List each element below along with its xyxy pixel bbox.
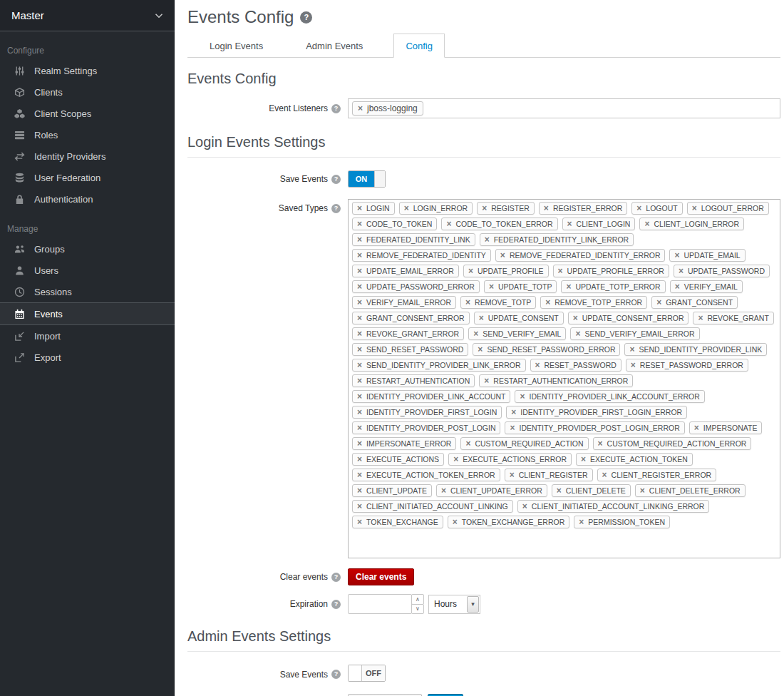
remove-tag-icon[interactable]: ×: [544, 204, 549, 213]
help-icon[interactable]: ?: [331, 104, 341, 113]
help-icon[interactable]: ?: [331, 600, 341, 609]
remove-tag-icon[interactable]: ×: [692, 204, 697, 213]
remove-tag-icon[interactable]: ×: [357, 251, 362, 260]
remove-tag-icon[interactable]: ×: [357, 267, 362, 275]
remove-tag-icon[interactable]: ×: [357, 392, 362, 401]
remove-tag-icon[interactable]: ×: [357, 439, 362, 448]
sidebar-item-realm-settings[interactable]: Realm Settings: [0, 60, 175, 81]
remove-tag-icon[interactable]: ×: [598, 439, 603, 448]
remove-tag-icon[interactable]: ×: [441, 486, 446, 495]
remove-tag-icon[interactable]: ×: [567, 220, 572, 228]
tab-login-events[interactable]: Login Events: [197, 34, 275, 58]
remove-tag-icon[interactable]: ×: [446, 220, 451, 228]
remove-tag-icon[interactable]: ×: [520, 392, 525, 401]
remove-tag-icon[interactable]: ×: [631, 361, 636, 369]
remove-tag-icon[interactable]: ×: [357, 235, 362, 244]
remove-tag-icon[interactable]: ×: [545, 298, 550, 307]
remove-tag-icon[interactable]: ×: [357, 220, 362, 228]
remove-tag-icon[interactable]: ×: [357, 329, 362, 338]
remove-tag-icon[interactable]: ×: [465, 298, 470, 307]
expiration-unit-select[interactable]: Hours ▾: [428, 595, 480, 614]
remove-tag-icon[interactable]: ×: [573, 314, 578, 322]
remove-tag-icon[interactable]: ×: [357, 314, 362, 322]
remove-tag-icon[interactable]: ×: [465, 439, 470, 448]
remove-tag-icon[interactable]: ×: [656, 298, 661, 307]
remove-tag-icon[interactable]: ×: [629, 345, 634, 354]
remove-tag-icon[interactable]: ×: [358, 104, 363, 113]
remove-tag-icon[interactable]: ×: [557, 486, 562, 495]
realm-selector[interactable]: Master: [0, 0, 175, 31]
remove-tag-icon[interactable]: ×: [357, 298, 362, 307]
remove-tag-icon[interactable]: ×: [640, 486, 645, 495]
remove-tag-icon[interactable]: ×: [522, 502, 527, 511]
remove-tag-icon[interactable]: ×: [453, 518, 458, 526]
remove-tag-icon[interactable]: ×: [581, 455, 586, 464]
remove-tag-icon[interactable]: ×: [484, 377, 489, 385]
tab-admin-events[interactable]: Admin Events: [294, 34, 375, 58]
remove-tag-icon[interactable]: ×: [404, 204, 409, 213]
remove-tag-icon[interactable]: ×: [468, 267, 473, 275]
remove-tag-icon[interactable]: ×: [473, 329, 478, 338]
remove-tag-icon[interactable]: ×: [357, 502, 362, 511]
sidebar-item-clients[interactable]: Clients: [0, 81, 175, 103]
remove-tag-icon[interactable]: ×: [478, 345, 483, 354]
remove-tag-icon[interactable]: ×: [579, 518, 584, 526]
sidebar-item-users[interactable]: Users: [0, 260, 175, 281]
remove-tag-icon[interactable]: ×: [482, 204, 487, 213]
remove-tag-icon[interactable]: ×: [357, 282, 362, 291]
remove-tag-icon[interactable]: ×: [479, 314, 484, 322]
sidebar-item-groups[interactable]: Groups: [0, 238, 175, 260]
remove-tag-icon[interactable]: ×: [510, 471, 515, 479]
remove-tag-icon[interactable]: ×: [357, 455, 362, 464]
sidebar-item-authentication[interactable]: Authentication: [0, 188, 175, 210]
remove-tag-icon[interactable]: ×: [644, 220, 649, 228]
remove-tag-icon[interactable]: ×: [510, 424, 515, 432]
help-icon[interactable]: ?: [331, 670, 341, 679]
tab-config[interactable]: Config: [393, 34, 445, 58]
remove-tag-icon[interactable]: ×: [357, 518, 362, 526]
remove-tag-icon[interactable]: ×: [357, 345, 362, 354]
sidebar-item-identity-providers[interactable]: Identity Providers: [0, 145, 175, 167]
remove-tag-icon[interactable]: ×: [357, 361, 362, 369]
help-icon[interactable]: ?: [331, 573, 341, 582]
sidebar-item-client-scopes[interactable]: Client Scopes: [0, 103, 175, 124]
remove-tag-icon[interactable]: ×: [575, 329, 580, 338]
sidebar-item-events[interactable]: Events: [0, 302, 175, 325]
remove-tag-icon[interactable]: ×: [357, 204, 362, 213]
event-listeners-input[interactable]: ×jboss-logging: [348, 98, 780, 118]
remove-tag-icon[interactable]: ×: [357, 471, 362, 479]
remove-tag-icon[interactable]: ×: [698, 314, 703, 322]
remove-tag-icon[interactable]: ×: [357, 486, 362, 495]
remove-tag-icon[interactable]: ×: [453, 455, 458, 464]
remove-tag-icon[interactable]: ×: [357, 408, 362, 416]
remove-tag-icon[interactable]: ×: [489, 282, 494, 291]
remove-tag-icon[interactable]: ×: [636, 204, 641, 213]
clear-events-button[interactable]: Clear events: [348, 568, 414, 585]
remove-tag-icon[interactable]: ×: [674, 251, 679, 260]
remove-tag-icon[interactable]: ×: [694, 424, 699, 432]
remove-tag-icon[interactable]: ×: [675, 282, 680, 291]
remove-tag-icon[interactable]: ×: [485, 235, 490, 244]
remove-tag-icon[interactable]: ×: [500, 251, 505, 260]
help-icon[interactable]: ?: [331, 175, 341, 184]
remove-tag-icon[interactable]: ×: [511, 408, 516, 416]
sidebar-item-export[interactable]: Export: [0, 347, 175, 368]
remove-tag-icon[interactable]: ×: [558, 267, 563, 275]
admin-save-events-toggle[interactable]: OFF: [348, 665, 386, 682]
remove-tag-icon[interactable]: ×: [566, 282, 571, 291]
spinner-up-icon[interactable]: ∧: [411, 594, 424, 605]
help-icon[interactable]: ?: [331, 204, 341, 213]
sidebar-item-user-federation[interactable]: User Federation: [0, 167, 175, 188]
sidebar-item-import[interactable]: Import: [0, 325, 175, 347]
save-events-toggle[interactable]: ON: [348, 170, 386, 188]
remove-tag-icon[interactable]: ×: [679, 267, 684, 275]
sidebar-item-roles[interactable]: Roles: [0, 124, 175, 145]
spinner-down-icon[interactable]: ∨: [411, 604, 424, 615]
remove-tag-icon[interactable]: ×: [357, 424, 362, 432]
remove-tag-icon[interactable]: ×: [602, 471, 607, 479]
sidebar-item-sessions[interactable]: Sessions: [0, 281, 175, 302]
remove-tag-icon[interactable]: ×: [357, 377, 362, 385]
expiration-input[interactable]: [348, 594, 412, 614]
remove-tag-icon[interactable]: ×: [535, 361, 540, 369]
help-icon[interactable]: ?: [300, 11, 312, 24]
